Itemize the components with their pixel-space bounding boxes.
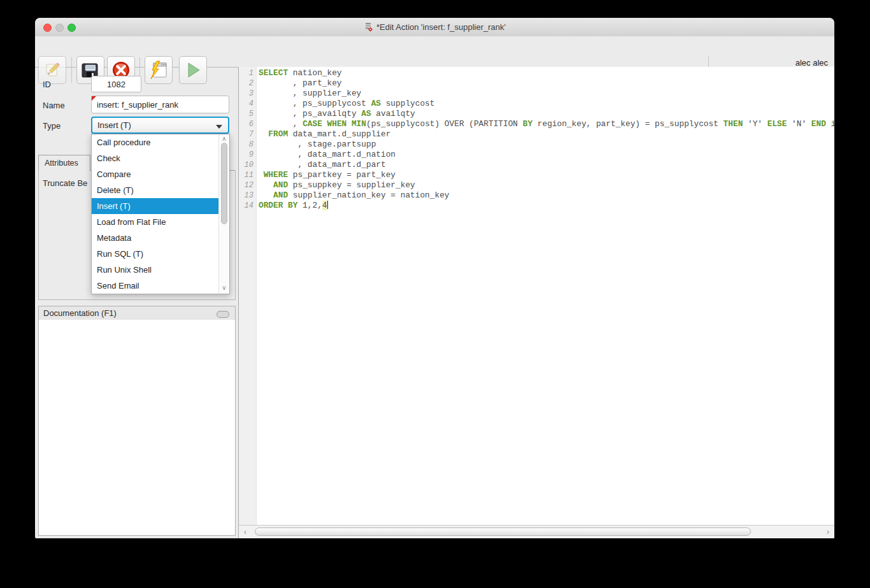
dropdown-option[interactable]: Call procedure bbox=[92, 134, 219, 150]
dropdown-option[interactable]: Insert (T) bbox=[92, 198, 219, 214]
line-number: 4 bbox=[239, 99, 253, 109]
name-input[interactable] bbox=[91, 96, 229, 113]
code-line: 1SELECT nation_key bbox=[239, 68, 834, 78]
documentation-caption: Documentation (F1) bbox=[38, 306, 236, 320]
type-combobox-value: Insert (T) bbox=[97, 120, 131, 130]
code-line: 4 , ps_supplycost AS supplycost bbox=[239, 99, 834, 109]
line-number: 9 bbox=[239, 150, 253, 160]
name-label: Name bbox=[43, 101, 65, 110]
scroll-down-icon[interactable]: ∨ bbox=[219, 284, 229, 292]
id-label: ID bbox=[43, 80, 51, 89]
dropdown-option[interactable]: Run SQL (T) bbox=[92, 246, 219, 262]
line-number: 14 bbox=[239, 201, 253, 211]
scroll-right-icon[interactable]: › bbox=[824, 527, 832, 537]
dropdown-option[interactable]: Load from Flat File bbox=[92, 214, 219, 230]
dropdown-scrollbar-thumb[interactable] bbox=[221, 143, 227, 224]
line-number: 6 bbox=[239, 119, 253, 129]
horizontal-scrollbar[interactable]: ‹ › bbox=[238, 525, 834, 538]
text-caret bbox=[327, 201, 329, 209]
code-line: 9 , data_mart.d_nation bbox=[239, 150, 834, 160]
horizontal-scrollbar-thumb[interactable] bbox=[255, 527, 751, 536]
scroll-up-icon[interactable]: ∧ bbox=[219, 135, 229, 143]
dropdown-option[interactable]: Check bbox=[92, 150, 219, 166]
code-line: 14ORDER BY 1,2,4 bbox=[239, 201, 834, 211]
code-line: 6 , CASE WHEN MIN(ps_supplycost) OVER (P… bbox=[239, 119, 834, 129]
code-line: 3 , supplier_key bbox=[239, 89, 834, 99]
pencil-icon bbox=[43, 61, 62, 80]
documentation-textarea[interactable] bbox=[38, 320, 236, 536]
toolbar-separator bbox=[71, 57, 72, 83]
sql-editor[interactable]: 1SELECT nation_key2 , part_key3 , suppli… bbox=[238, 67, 834, 538]
line-number: 10 bbox=[239, 160, 253, 170]
lightning-window-icon bbox=[148, 60, 169, 80]
run-action-button[interactable] bbox=[145, 56, 173, 84]
line-number: 7 bbox=[239, 129, 253, 140]
code-line: 2 , part_key bbox=[239, 78, 834, 89]
documentation-collapse-button[interactable] bbox=[217, 311, 229, 318]
code-line: 11 WHERE ps_partkey = part_key bbox=[239, 170, 834, 180]
dropdown-option[interactable]: Metadata bbox=[92, 230, 219, 246]
dropdown-option[interactable]: Send Email bbox=[92, 278, 219, 294]
documentation-title: Documentation (F1) bbox=[43, 308, 117, 318]
modified-marker bbox=[92, 96, 96, 101]
attributes-tab-label: Attributes bbox=[45, 159, 78, 168]
type-combobox[interactable]: Insert (T) bbox=[91, 117, 229, 134]
play-button[interactable] bbox=[179, 56, 207, 84]
dropdown-option[interactable]: Delete (T) bbox=[92, 182, 219, 198]
line-number: 12 bbox=[239, 180, 253, 190]
scroll-left-icon[interactable]: ‹ bbox=[241, 527, 250, 537]
dropdown-option[interactable]: Run Unix Shell bbox=[92, 262, 219, 278]
line-number: 2 bbox=[239, 78, 253, 89]
code-line: 12 AND ps_suppkey = supplier_key bbox=[239, 180, 834, 190]
line-number: 13 bbox=[239, 190, 253, 201]
window-title: *Edit Action 'insert: f_supplier_rank' bbox=[376, 22, 506, 32]
dropdown-option[interactable]: Compare bbox=[92, 166, 219, 182]
tab-attributes[interactable]: Attributes bbox=[38, 155, 90, 171]
toolbar: alec alec 27.11.2020 - 09:56:22 bbox=[35, 36, 834, 68]
code-line: 13 AND supplier_nation_key = nation_key bbox=[239, 190, 834, 201]
code-line: 8 , stage.partsupp bbox=[239, 140, 834, 150]
edit-action-window: *Edit Action 'insert: f_supplier_rank' bbox=[35, 18, 834, 538]
line-number: 1 bbox=[239, 68, 253, 78]
action-icon bbox=[364, 22, 373, 32]
code-line: 7 FROM data_mart.d_supplier bbox=[239, 129, 834, 140]
line-number: 8 bbox=[239, 140, 253, 150]
line-number: 3 bbox=[239, 89, 253, 99]
type-dropdown-list: Call procedureCheckCompareDelete (T)Inse… bbox=[91, 134, 230, 294]
dropdown-scrollbar[interactable]: ∧ ∨ bbox=[218, 134, 229, 294]
play-icon bbox=[183, 61, 203, 80]
line-number: 5 bbox=[239, 109, 253, 119]
type-label: Type bbox=[43, 121, 61, 131]
titlebar: *Edit Action 'insert: f_supplier_rank' bbox=[35, 18, 834, 37]
id-input[interactable] bbox=[91, 76, 141, 92]
truncate-field-label: Truncate Be bbox=[43, 178, 87, 188]
code-line: 5 , ps_availqty AS availqty bbox=[239, 109, 834, 119]
line-number: 11 bbox=[239, 170, 253, 180]
code-line: 10 , data_mart.d_part bbox=[239, 160, 834, 170]
chevron-down-icon bbox=[216, 125, 222, 129]
